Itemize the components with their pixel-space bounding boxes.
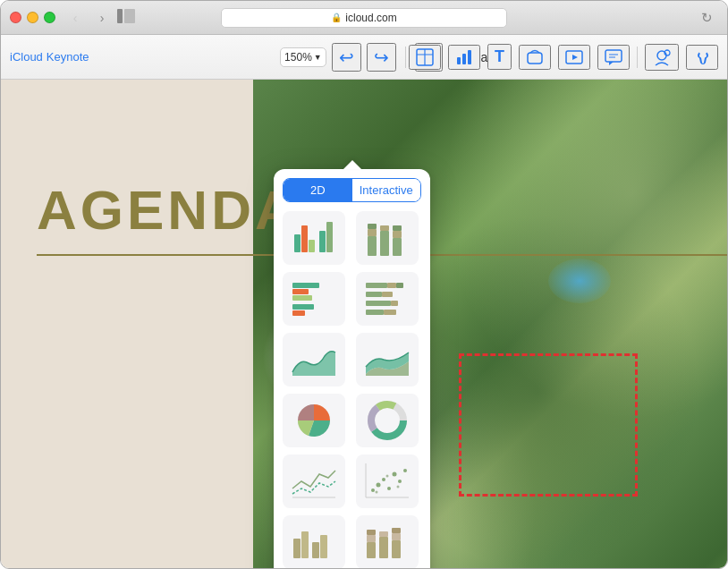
svg-rect-15 — [294, 234, 301, 252]
app-brand: iCloud — [10, 50, 43, 64]
svg-rect-27 — [393, 225, 402, 231]
svg-point-58 — [385, 475, 388, 478]
svg-rect-26 — [393, 231, 402, 238]
chart-tabs: 2D Interactive — [283, 178, 421, 202]
svg-rect-28 — [292, 283, 319, 288]
chart-scatter[interactable] — [356, 454, 419, 508]
svg-rect-30 — [292, 295, 312, 301]
chart-line[interactable] — [283, 454, 345, 508]
svg-rect-7 — [468, 50, 471, 64]
titlebar: ‹ › 🔒 icloud.com ↻ — [1, 1, 727, 35]
reload-button[interactable]: ↻ — [701, 10, 713, 26]
zoom-level: 150% — [284, 51, 312, 64]
svg-rect-17 — [309, 240, 315, 252]
maximize-button[interactable] — [44, 12, 55, 23]
view-toggle-button[interactable] — [117, 9, 135, 27]
svg-rect-31 — [292, 304, 314, 310]
chart-icon-button[interactable] — [448, 45, 480, 70]
svg-rect-64 — [367, 542, 376, 558]
chart-grouped-bar[interactable] — [283, 211, 345, 265]
svg-rect-1 — [124, 9, 135, 23]
chart-pie[interactable] — [283, 394, 345, 447]
svg-rect-67 — [379, 537, 388, 558]
svg-rect-60 — [293, 539, 301, 558]
redo-button[interactable]: ↪ — [367, 43, 396, 72]
chart-grouped-bar-h[interactable] — [283, 272, 345, 326]
svg-rect-23 — [380, 231, 389, 256]
svg-rect-19 — [326, 222, 333, 252]
app-toolbar: iCloud Keynote 150% ▼ ↩ ↪ ▶ Iceland — [1, 35, 727, 80]
main-content: AGENDA 2D Interactive — [1, 80, 727, 568]
svg-point-54 — [392, 472, 396, 477]
toolbar-right-icons: T — [409, 44, 718, 71]
svg-point-50 — [371, 488, 375, 492]
tab-2d[interactable]: 2D — [284, 179, 352, 201]
minimize-button[interactable] — [27, 12, 38, 23]
svg-rect-6 — [462, 54, 466, 64]
agenda-text: AGENDA — [37, 178, 299, 242]
svg-point-53 — [387, 487, 391, 490]
svg-rect-16 — [301, 225, 308, 252]
svg-rect-22 — [368, 224, 377, 229]
collab-icon-button[interactable] — [645, 44, 679, 71]
tab-interactive[interactable]: Interactive — [352, 179, 421, 201]
comment-icon-button[interactable] — [597, 45, 630, 70]
url-text: icloud.com — [345, 12, 396, 24]
svg-rect-68 — [379, 531, 388, 537]
settings-icon-button[interactable] — [686, 45, 718, 70]
svg-point-52 — [382, 478, 385, 481]
app-name: iCloud Keynote — [10, 50, 89, 64]
svg-rect-18 — [319, 231, 326, 252]
separator — [405, 47, 406, 68]
svg-rect-25 — [393, 238, 402, 256]
url-bar[interactable]: 🔒 icloud.com — [221, 8, 507, 28]
svg-rect-41 — [384, 310, 396, 315]
nav-buttons: ‹ › — [63, 10, 114, 26]
svg-rect-34 — [387, 283, 396, 288]
undo-button[interactable]: ↩ — [332, 43, 361, 72]
svg-rect-24 — [380, 225, 389, 231]
svg-rect-61 — [301, 531, 309, 558]
svg-rect-69 — [392, 540, 401, 558]
separator3 — [637, 47, 638, 68]
svg-rect-33 — [366, 283, 387, 288]
shape-icon-button[interactable] — [519, 45, 551, 70]
svg-rect-40 — [366, 310, 384, 315]
svg-rect-36 — [366, 292, 382, 297]
zoom-selector[interactable]: 150% ▼ — [280, 47, 326, 67]
svg-point-56 — [403, 469, 407, 472]
lock-icon: 🔒 — [331, 13, 342, 22]
svg-rect-39 — [391, 301, 398, 306]
svg-rect-38 — [366, 301, 391, 306]
svg-rect-66 — [367, 530, 376, 535]
svg-rect-10 — [605, 50, 622, 62]
svg-point-57 — [375, 491, 377, 494]
svg-rect-37 — [382, 292, 393, 297]
svg-rect-71 — [392, 528, 401, 533]
chart-grid — [283, 211, 421, 568]
chart-stacked-bar-h[interactable] — [356, 272, 419, 326]
media-icon-button[interactable] — [558, 45, 590, 70]
svg-rect-20 — [368, 236, 377, 256]
chart-area[interactable] — [283, 333, 345, 386]
svg-rect-62 — [312, 542, 319, 558]
popup-arrow — [343, 160, 361, 169]
chart-stacked-col-2[interactable] — [356, 515, 419, 568]
chart-donut[interactable] — [356, 394, 419, 447]
svg-point-51 — [376, 483, 380, 488]
chart-grouped-col-2[interactable] — [283, 515, 345, 568]
app-service: Keynote — [47, 50, 89, 64]
chart-stacked-area[interactable] — [356, 333, 419, 386]
svg-rect-8 — [528, 53, 542, 64]
forward-button[interactable]: › — [90, 10, 114, 26]
svg-rect-5 — [457, 57, 461, 64]
svg-rect-0 — [117, 9, 123, 23]
chart-stacked-bar[interactable] — [356, 211, 419, 265]
table-icon-button[interactable] — [409, 45, 441, 70]
text-icon-button[interactable]: T — [487, 44, 512, 70]
svg-rect-63 — [320, 535, 327, 558]
svg-rect-70 — [392, 533, 401, 540]
close-button[interactable] — [10, 12, 21, 23]
traffic-lights — [10, 12, 55, 23]
back-button[interactable]: ‹ — [63, 10, 87, 26]
